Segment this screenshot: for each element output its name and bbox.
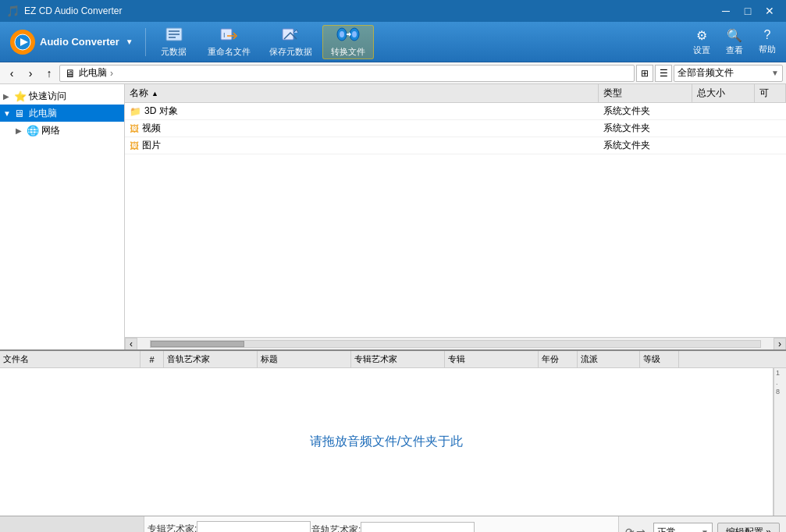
tree-item-network[interactable]: ▶ 🌐 网络 [0, 122, 124, 139]
tl-col-album-artist[interactable]: 专辑艺术家 [351, 351, 445, 367]
meta-right-column: 音轨艺术家: 标题: 编号: / 等级: ★ ★ ★ ★ ★ [308, 516, 472, 532]
meta-album-artist-row: 专辑艺术家: [148, 521, 305, 532]
rename-icon: I [219, 27, 238, 44]
toolbar: Audio Converter ▼ 元数据 I 重命名文件 [0, 22, 786, 62]
file-row[interactable]: 🖼 视频 系统文件夹 [125, 120, 786, 137]
file-column-headers: 名称 ▲ 类型 总大小 可 [125, 84, 786, 103]
logo-label: Audio Converter [40, 36, 119, 48]
svg-text:I: I [223, 31, 226, 39]
full-bottom: 文件名 # 音轨艺术家 标题 专辑艺术家 专辑 年份 流派 等级 请拖放音频文件… [0, 349, 786, 516]
col-header-name[interactable]: 名称 ▲ [125, 84, 599, 102]
help-button[interactable]: ? 帮助 [752, 25, 783, 59]
view-toggle-button[interactable]: ⊞ [636, 65, 653, 82]
metadata-button[interactable]: 元数据 [151, 25, 197, 59]
addr-forward-button[interactable]: › [22, 65, 39, 82]
meta-track-artist-row: 音轨艺术家: [311, 521, 469, 532]
scroll-right-btn[interactable]: › [774, 338, 786, 350]
tl-col-title[interactable]: 标题 [258, 351, 351, 367]
app-title: EZ CD Audio Converter [24, 5, 122, 16]
rename-button[interactable]: I 重命名文件 [199, 25, 259, 59]
album-art[interactable] [0, 516, 144, 532]
edit-config-button[interactable]: 编辑配置 » [717, 523, 780, 532]
metadata-panel: 专辑艺术家: 专辑: 年份: 流派: 光盘号: / 发行 [144, 516, 619, 532]
tl-col-filename[interactable]: 文件名 [0, 351, 140, 367]
view-details-button[interactable]: ☰ [655, 65, 672, 82]
addr-path-root: 此电脑 [79, 66, 107, 80]
meta-track-artist-input[interactable] [361, 522, 475, 532]
right-scrollbar[interactable]: 1 . 8 [774, 368, 786, 516]
quick-access-label: 快速访问 [29, 90, 66, 103]
addr-up-button[interactable]: ↑ [41, 65, 58, 82]
tl-col-album[interactable]: 专辑 [445, 351, 539, 367]
col-header-size[interactable]: 总大小 [692, 84, 755, 102]
col-header-extra[interactable]: 可 [755, 84, 786, 102]
col-size-label: 总大小 [697, 87, 725, 100]
titlebar: 🎵 EZ CD Audio Converter ─ □ ✕ [0, 0, 786, 22]
convert-button[interactable]: 转换文件 [322, 25, 374, 59]
file-browser: 名称 ▲ 类型 总大小 可 📁 3D 对象 系统文件夹 [125, 84, 786, 349]
file-row[interactable]: 📁 3D 对象 系统文件夹 [125, 103, 786, 120]
network-label: 网络 [41, 124, 60, 137]
meta-track-artist-label: 音轨艺术家: [311, 523, 358, 533]
query-button[interactable]: 🔍 查看 [719, 25, 750, 59]
meta-left-column: 专辑艺术家: 专辑: 年份: 流派: 光盘号: / 发行 [144, 516, 308, 532]
rename-label: 重命名文件 [208, 46, 251, 58]
query-label: 查看 [726, 44, 743, 56]
bottom-content: 请拖放音频文件/文件夹于此 1 . 8 [0, 368, 786, 516]
sep1 [145, 28, 146, 56]
folder-icon-3d: 📁 [130, 106, 141, 117]
col-name-label: 名称 [130, 87, 148, 100]
shuffle-icon: ⇌ [636, 526, 646, 532]
app-logo-button[interactable]: Audio Converter ▼ [3, 25, 140, 59]
tl-col-grade[interactable]: 等级 [640, 351, 679, 367]
maximize-button[interactable]: □ [738, 3, 758, 19]
quick-access-icon: ⭐ [14, 90, 27, 102]
tl-col-num[interactable]: # [140, 351, 164, 367]
col-header-type[interactable]: 类型 [599, 84, 692, 102]
file-list: 📁 3D 对象 系统文件夹 🖼 视频 系统文件夹 🖼 图片 [125, 103, 786, 337]
file-tree: ▶ ⭐ 快速访问 ▼ 🖥 此电脑 ▶ 🌐 网络 [0, 84, 125, 349]
folder-icon-video: 🖼 [130, 123, 139, 134]
tree-item-quick-access[interactable]: ▶ ⭐ 快速访问 [0, 87, 124, 105]
file-row[interactable]: 🖼 图片 系统文件夹 [125, 137, 786, 154]
meta-album-artist-label: 专辑艺术家: [148, 523, 194, 533]
settings-button[interactable]: ⚙ 设置 [686, 25, 717, 59]
scroll-track[interactable] [150, 340, 761, 348]
mode-arrow: ▼ [701, 528, 709, 533]
settings-label: 设置 [693, 44, 710, 56]
close-button[interactable]: ✕ [759, 3, 780, 19]
tl-col-genre[interactable]: 流派 [578, 351, 640, 367]
meta-album-artist-input[interactable] [197, 521, 311, 532]
computer-icon: 🖥 [14, 108, 27, 119]
file-name-image: 🖼 图片 [125, 139, 599, 152]
drop-area-text: 请拖放音频文件/文件夹于此 [310, 434, 463, 450]
horizontal-scrollbar[interactable]: ‹ › [125, 337, 786, 349]
help-icon: ? [764, 28, 771, 42]
save-metadata-button[interactable]: 保存元数据 [261, 25, 321, 59]
addr-icon: 🖥 [65, 67, 76, 80]
computer-label: 此电脑 [29, 107, 57, 120]
logo-arrow: ▼ [126, 37, 133, 46]
track-drop-area[interactable]: 请拖放音频文件/文件夹于此 [0, 368, 774, 516]
svg-point-12 [352, 31, 357, 37]
addr-separator: › [110, 68, 113, 79]
tl-col-artist[interactable]: 音轨艺术家 [164, 351, 258, 367]
address-path[interactable]: 🖥 此电脑 › [59, 65, 635, 82]
logo-icon [10, 30, 35, 55]
mode-select[interactable]: 正常 ▼ [653, 523, 713, 532]
mode-select-value: 正常 [657, 526, 676, 533]
file-type-video: 系统文件夹 [599, 122, 692, 135]
conv-mode-row: ⟳ ⇌ 正常 ▼ 编辑配置 » [625, 523, 780, 532]
folder-icon-image: 🖼 [130, 140, 139, 151]
minimize-button[interactable]: ─ [716, 3, 736, 19]
addressbar: ‹ › ↑ 🖥 此电脑 › ⊞ ☰ 全部音频文件 ▼ [0, 62, 786, 84]
filter-dropdown[interactable]: 全部音频文件 ▼ [674, 65, 783, 82]
scroll-left-btn[interactable]: ‹ [125, 338, 137, 350]
track-list-header: 文件名 # 音轨艺术家 标题 专辑艺术家 专辑 年份 流派 等级 [0, 351, 786, 368]
tree-item-this-computer[interactable]: ▼ 🖥 此电脑 [0, 105, 124, 122]
scroll-thumb[interactable] [151, 341, 244, 347]
addr-back-button[interactable]: ‹ [3, 65, 20, 82]
file-name-video: 🖼 视频 [125, 122, 599, 135]
tl-col-year[interactable]: 年份 [539, 351, 578, 367]
file-type-image: 系统文件夹 [599, 139, 692, 152]
